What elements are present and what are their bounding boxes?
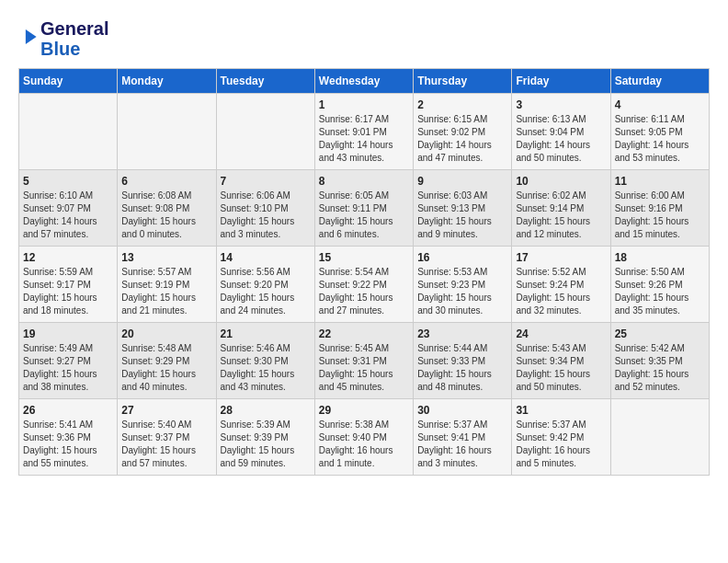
calendar-cell: 10Sunrise: 6:02 AMSunset: 9:14 PMDayligh… [512,170,610,247]
day-number: 2 [417,98,507,111]
day-info: Sunrise: 5:54 AMSunset: 9:22 PMDaylight:… [319,266,409,317]
day-info: Sunrise: 6:10 AMSunset: 9:07 PMDaylight:… [23,190,113,241]
calendar-cell: 17Sunrise: 5:52 AMSunset: 9:24 PMDayligh… [512,247,610,323]
day-info: Sunrise: 5:50 AMSunset: 9:26 PMDaylight:… [615,266,705,317]
day-number: 6 [121,175,211,188]
day-number: 28 [221,404,311,417]
calendar-cell: 22Sunrise: 5:45 AMSunset: 9:31 PMDayligh… [314,323,413,399]
day-info: Sunrise: 6:08 AMSunset: 9:08 PMDaylight:… [121,190,211,241]
day-info: Sunrise: 5:48 AMSunset: 9:29 PMDaylight:… [121,342,211,394]
day-number: 20 [121,327,211,340]
calendar-cell: 16Sunrise: 5:53 AMSunset: 9:23 PMDayligh… [414,247,512,323]
day-number: 24 [516,327,606,340]
day-number: 31 [516,404,606,417]
day-info: Sunrise: 5:40 AMSunset: 9:37 PMDaylight:… [121,419,211,470]
calendar-cell: 25Sunrise: 5:42 AMSunset: 9:35 PMDayligh… [610,323,709,399]
day-info: Sunrise: 5:37 AMSunset: 9:41 PMDaylight:… [417,419,507,470]
calendar-cell: 29Sunrise: 5:38 AMSunset: 9:40 PMDayligh… [314,399,413,476]
day-number: 30 [417,404,507,417]
day-number: 1 [319,98,409,111]
day-number: 3 [516,98,606,111]
header-wednesday: Wednesday [314,69,413,94]
calendar-cell: 30Sunrise: 5:37 AMSunset: 9:41 PMDayligh… [414,399,512,476]
day-number: 21 [221,327,311,340]
day-number: 29 [319,404,409,417]
day-info: Sunrise: 5:53 AMSunset: 9:23 PMDaylight:… [417,266,507,317]
day-number: 5 [23,175,113,188]
calendar-cell: 20Sunrise: 5:48 AMSunset: 9:29 PMDayligh… [118,323,216,399]
calendar-cell [19,94,118,170]
calendar-cell: 8Sunrise: 6:05 AMSunset: 9:11 PMDaylight… [314,170,413,247]
header-saturday: Saturday [610,69,709,94]
day-number: 23 [417,327,507,340]
calendar-cell: 6Sunrise: 6:08 AMSunset: 9:08 PMDaylight… [118,170,216,247]
calendar-cell: 12Sunrise: 5:59 AMSunset: 9:17 PMDayligh… [19,247,118,323]
calendar-cell: 14Sunrise: 5:56 AMSunset: 9:20 PMDayligh… [216,247,314,323]
calendar-table: SundayMondayTuesdayWednesdayThursdayFrid… [18,68,710,476]
day-info: Sunrise: 5:43 AMSunset: 9:34 PMDaylight:… [516,342,606,394]
day-info: Sunrise: 5:57 AMSunset: 9:19 PMDaylight:… [121,266,211,317]
day-number: 15 [319,251,409,264]
day-number: 10 [516,175,606,188]
week-row-5: 26Sunrise: 5:41 AMSunset: 9:36 PMDayligh… [19,399,710,476]
calendar-cell: 1Sunrise: 6:17 AMSunset: 9:01 PMDaylight… [314,94,413,170]
calendar-cell: 4Sunrise: 6:11 AMSunset: 9:05 PMDaylight… [610,94,709,170]
calendar-cell: 3Sunrise: 6:13 AMSunset: 9:04 PMDaylight… [512,94,610,170]
calendar-cell: 15Sunrise: 5:54 AMSunset: 9:22 PMDayligh… [314,247,413,323]
day-number: 7 [221,175,311,188]
day-info: Sunrise: 5:37 AMSunset: 9:42 PMDaylight:… [516,419,606,470]
day-info: Sunrise: 6:02 AMSunset: 9:14 PMDaylight:… [516,190,606,241]
day-info: Sunrise: 6:15 AMSunset: 9:02 PMDaylight:… [417,113,507,165]
day-info: Sunrise: 5:44 AMSunset: 9:33 PMDaylight:… [417,342,507,394]
calendar-cell: 24Sunrise: 5:43 AMSunset: 9:34 PMDayligh… [512,323,610,399]
calendar-cell [216,94,314,170]
day-number: 11 [615,175,705,188]
day-number: 14 [221,251,311,264]
week-row-4: 19Sunrise: 5:49 AMSunset: 9:27 PMDayligh… [19,323,710,399]
day-number: 13 [121,251,211,264]
calendar-cell: 9Sunrise: 6:03 AMSunset: 9:13 PMDaylight… [414,170,512,247]
day-number: 17 [516,251,606,264]
calendar-cell: 26Sunrise: 5:41 AMSunset: 9:36 PMDayligh… [19,399,118,476]
day-info: Sunrise: 6:13 AMSunset: 9:04 PMDaylight:… [516,113,606,165]
week-row-1: 1Sunrise: 6:17 AMSunset: 9:01 PMDaylight… [19,94,710,170]
day-info: Sunrise: 6:05 AMSunset: 9:11 PMDaylight:… [319,190,409,241]
day-number: 16 [417,251,507,264]
header-monday: Monday [118,69,216,94]
calendar-cell: 28Sunrise: 5:39 AMSunset: 9:39 PMDayligh… [216,399,314,476]
day-number: 25 [615,327,705,340]
day-info: Sunrise: 6:06 AMSunset: 9:10 PMDaylight:… [221,190,311,241]
day-info: Sunrise: 5:38 AMSunset: 9:40 PMDaylight:… [319,419,409,470]
day-info: Sunrise: 5:59 AMSunset: 9:17 PMDaylight:… [23,266,113,317]
logo-text: GeneralBlue [40,18,108,59]
calendar-cell: 7Sunrise: 6:06 AMSunset: 9:10 PMDaylight… [216,170,314,247]
day-number: 12 [23,251,113,264]
day-info: Sunrise: 5:56 AMSunset: 9:20 PMDaylight:… [221,266,311,317]
calendar-cell: 23Sunrise: 5:44 AMSunset: 9:33 PMDayligh… [414,323,512,399]
calendar-cell: 5Sunrise: 6:10 AMSunset: 9:07 PMDaylight… [19,170,118,247]
day-info: Sunrise: 6:00 AMSunset: 9:16 PMDaylight:… [615,190,705,241]
day-number: 27 [121,404,211,417]
logo-icon [20,27,40,47]
calendar-cell [118,94,216,170]
calendar-cell: 21Sunrise: 5:46 AMSunset: 9:30 PMDayligh… [216,323,314,399]
calendar-cell [610,399,709,476]
day-number: 19 [23,327,113,340]
calendar-cell: 27Sunrise: 5:40 AMSunset: 9:37 PMDayligh… [118,399,216,476]
svg-marker-0 [26,29,37,44]
header-tuesday: Tuesday [216,69,314,94]
page-header: GeneralBlue [18,18,710,59]
day-info: Sunrise: 6:11 AMSunset: 9:05 PMDaylight:… [615,113,705,165]
logo: GeneralBlue [18,18,108,59]
calendar-header-row: SundayMondayTuesdayWednesdayThursdayFrid… [19,69,710,94]
calendar-cell: 2Sunrise: 6:15 AMSunset: 9:02 PMDaylight… [414,94,512,170]
calendar-cell: 11Sunrise: 6:00 AMSunset: 9:16 PMDayligh… [610,170,709,247]
header-sunday: Sunday [19,69,118,94]
day-info: Sunrise: 5:52 AMSunset: 9:24 PMDaylight:… [516,266,606,317]
calendar-cell: 18Sunrise: 5:50 AMSunset: 9:26 PMDayligh… [610,247,709,323]
calendar-cell: 13Sunrise: 5:57 AMSunset: 9:19 PMDayligh… [118,247,216,323]
calendar-cell: 19Sunrise: 5:49 AMSunset: 9:27 PMDayligh… [19,323,118,399]
day-info: Sunrise: 6:03 AMSunset: 9:13 PMDaylight:… [417,190,507,241]
week-row-3: 12Sunrise: 5:59 AMSunset: 9:17 PMDayligh… [19,247,710,323]
day-number: 9 [417,175,507,188]
